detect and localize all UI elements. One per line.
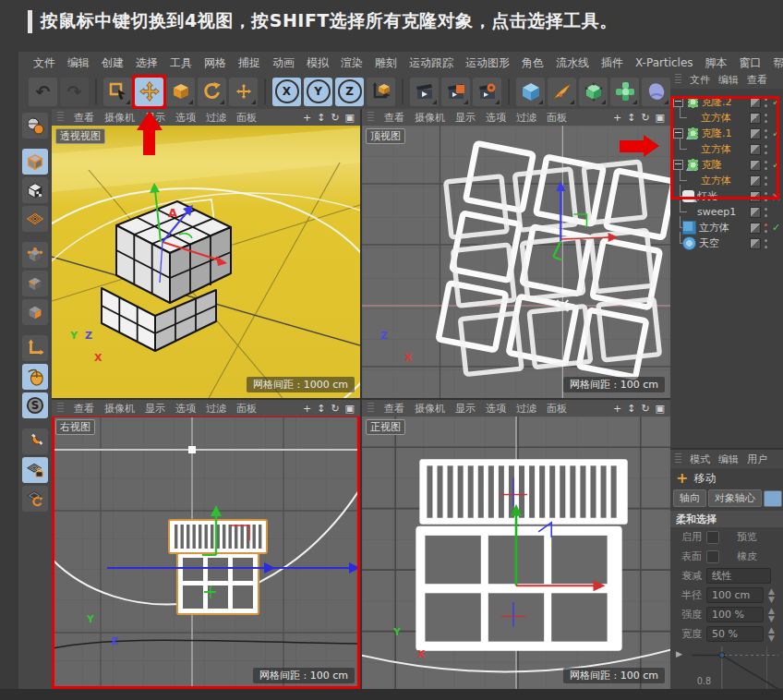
add-cube-button[interactable] xyxy=(516,78,545,106)
tab-object-axis[interactable]: 对象轴心 xyxy=(708,489,762,507)
menubar-item[interactable]: 雕刻 xyxy=(375,55,397,71)
visibility-dots[interactable] xyxy=(764,97,768,108)
front-canvas[interactable]: 正视图 网格间距 : 100 cm Y X xyxy=(362,416,670,689)
move-tool-button[interactable] xyxy=(135,78,163,106)
enabled-check-icon[interactable]: ✓ xyxy=(771,223,781,233)
menubar-item[interactable]: 渲染 xyxy=(341,55,363,71)
layer-toggle[interactable] xyxy=(750,238,761,249)
maximize-view-icon[interactable]: ▣ xyxy=(656,403,665,415)
rotate-view-icon[interactable]: ↻ xyxy=(641,112,649,124)
viewport-menu-item[interactable]: 显示 xyxy=(455,402,476,416)
strength-input[interactable]: 100 % xyxy=(706,607,764,622)
enabled-check-icon[interactable]: ✓ xyxy=(771,97,781,107)
render-view-button[interactable] xyxy=(410,78,439,106)
menubar-item[interactable]: 模拟 xyxy=(307,55,329,71)
perspective-canvas[interactable]: A 透视视图 网格间距 : 1000 cm Y Z X xyxy=(52,126,360,398)
width-stepper[interactable]: ▲▼ xyxy=(768,626,775,643)
magnet-snap-button[interactable] xyxy=(22,428,48,454)
viewport-menu-item[interactable]: 面板 xyxy=(547,111,567,125)
draw-spline-button[interactable] xyxy=(548,78,576,106)
viewport-menu-item[interactable]: 面板 xyxy=(236,111,257,125)
viewport-menu-item[interactable]: 过滤 xyxy=(516,111,536,125)
attribute-menu-item[interactable]: 用户 xyxy=(747,453,767,466)
object-manager-menu-item[interactable]: 查看 xyxy=(747,73,767,87)
attribute-menu-item[interactable]: 模式 xyxy=(690,453,710,466)
surface-checkbox[interactable] xyxy=(706,550,719,563)
redo-button[interactable]: ↷ xyxy=(60,78,89,106)
rotate-workplane-button[interactable] xyxy=(22,486,48,512)
viewport-menu-item[interactable]: 摄像机 xyxy=(104,111,135,125)
layer-toggle[interactable] xyxy=(750,175,761,187)
menubar-item[interactable]: 运动跟踪 xyxy=(409,55,453,71)
falloff-select[interactable]: 线性 xyxy=(706,568,771,584)
menubar-item[interactable]: 网格 xyxy=(204,55,226,71)
rotate-view-icon[interactable]: ↻ xyxy=(331,403,339,415)
viewport-menu-item[interactable]: 过滤 xyxy=(206,111,226,125)
visibility-dots[interactable] xyxy=(764,128,768,139)
coordinate-system-button[interactable] xyxy=(367,78,395,106)
subdivision-surface-button[interactable] xyxy=(579,78,608,106)
workplane-mode-button[interactable] xyxy=(22,206,48,232)
pan-icon[interactable]: + xyxy=(303,403,311,415)
visibility-dots[interactable] xyxy=(764,238,768,249)
axis-mode-button[interactable] xyxy=(22,335,48,361)
radius-stepper[interactable]: ▲▼ xyxy=(768,587,775,604)
viewport-menu-item[interactable]: 摄像机 xyxy=(104,402,135,416)
scale-tool-button[interactable] xyxy=(166,78,195,106)
viewport-menu-item[interactable]: 面板 xyxy=(236,402,257,416)
layer-toggle[interactable] xyxy=(750,223,761,234)
lock-workplane-button[interactable] xyxy=(22,457,48,483)
viewport-tweak-button[interactable] xyxy=(22,364,48,390)
maximize-view-icon[interactable]: ▣ xyxy=(656,112,665,124)
object-row-cloner1[interactable]: 克隆.1 ✓ xyxy=(670,126,783,141)
menubar-item[interactable]: 动画 xyxy=(272,55,295,71)
menubar-item[interactable]: 捕捉 xyxy=(238,55,260,71)
right-canvas[interactable]: 右视图 网格间距 : 100 cm Y Z xyxy=(52,416,360,689)
menubar-item[interactable]: 插件 xyxy=(601,55,623,71)
viewport-menu-item[interactable]: 过滤 xyxy=(206,402,226,416)
lock-z-button[interactable]: Z xyxy=(335,78,364,106)
enable-checkbox[interactable] xyxy=(706,531,719,544)
pan-icon[interactable]: + xyxy=(303,112,311,124)
menubar-item[interactable]: 流水线 xyxy=(556,55,589,71)
enabled-check-icon[interactable]: ✓ xyxy=(771,128,781,139)
object-row-cloner2[interactable]: 克隆.2 ✓ xyxy=(670,94,783,110)
snap-toggle-button[interactable]: S xyxy=(22,392,48,418)
menubar-item[interactable]: 脚本 xyxy=(705,55,728,71)
maximize-view-icon[interactable]: ▣ xyxy=(345,112,355,124)
deformer-button[interactable] xyxy=(642,78,670,106)
menubar-item[interactable]: 角色 xyxy=(522,55,544,71)
object-manager-menu-item[interactable]: 文件 xyxy=(690,73,710,87)
texture-mode-button[interactable] xyxy=(22,177,48,203)
viewport-menu-grip[interactable] xyxy=(57,112,64,123)
render-settings-button[interactable] xyxy=(473,78,501,106)
layer-toggle[interactable] xyxy=(750,207,761,218)
menubar-item[interactable]: 文件 xyxy=(33,55,55,71)
panel-grip[interactable] xyxy=(675,74,681,85)
visibility-dots[interactable] xyxy=(764,113,768,124)
object-row-cube-child[interactable]: 立方体 ✓ xyxy=(670,173,783,188)
viewport-menu-item[interactable]: 查看 xyxy=(74,402,94,416)
menubar-item[interactable]: 工具 xyxy=(170,55,192,71)
viewport-menu-item[interactable]: 摄像机 xyxy=(415,402,445,416)
rotate-tool-button[interactable] xyxy=(198,78,226,106)
polygons-mode-button[interactable] xyxy=(22,299,48,325)
zoom-icon[interactable]: ↕ xyxy=(627,403,635,415)
pan-icon[interactable]: + xyxy=(613,112,621,124)
make-editable-button[interactable] xyxy=(22,113,48,139)
object-row-cube[interactable]: 立方体 ✓ xyxy=(670,220,783,235)
axis-move-button[interactable] xyxy=(229,78,258,106)
points-mode-button[interactable] xyxy=(22,242,48,268)
viewport-menu-item[interactable]: 选项 xyxy=(175,402,196,416)
mograph-cloner-button[interactable] xyxy=(610,78,639,106)
width-input[interactable]: 50 % xyxy=(706,626,764,642)
render-region-button[interactable] xyxy=(441,78,470,106)
viewport-menu-item[interactable]: 摄像机 xyxy=(415,111,445,125)
menubar-item[interactable]: 创建 xyxy=(102,55,124,71)
viewport-menu-item[interactable]: 选项 xyxy=(175,111,196,125)
tab-partial[interactable] xyxy=(764,490,782,507)
lock-y-button[interactable]: Y xyxy=(304,78,332,106)
attribute-menu-item[interactable]: 编辑 xyxy=(718,453,739,466)
pan-icon[interactable]: + xyxy=(613,403,621,415)
menubar-item[interactable]: X-Particles xyxy=(635,56,693,69)
